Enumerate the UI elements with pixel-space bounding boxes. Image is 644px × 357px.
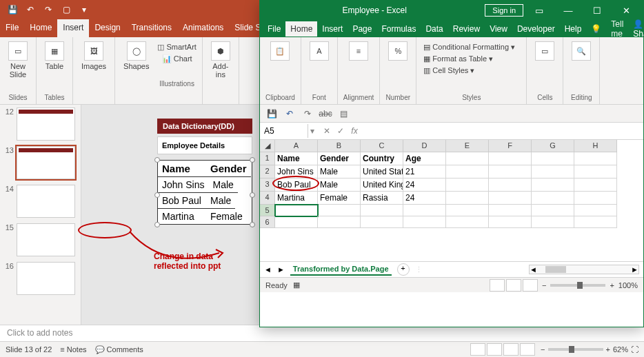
- paste-button[interactable]: 📋: [265, 40, 295, 62]
- tab-design[interactable]: Design: [89, 19, 125, 37]
- cell-B4[interactable]: Female: [318, 192, 361, 205]
- cell-C2[interactable]: United States: [361, 165, 403, 178]
- xl-tab-help[interactable]: Help: [560, 21, 587, 37]
- view-switcher[interactable]: [470, 343, 535, 356]
- tell-me-input[interactable]: Tell me: [606, 17, 628, 41]
- cell-B3[interactable]: Male: [318, 178, 361, 192]
- tab-insert[interactable]: Insert: [57, 19, 89, 37]
- undo-icon[interactable]: ↶: [22, 2, 39, 17]
- addins-button[interactable]: ⬢Add- ins: [208, 40, 233, 80]
- redo-icon[interactable]: ↷: [40, 2, 57, 17]
- xl-tab-review[interactable]: Review: [448, 21, 485, 37]
- add-sheet-button[interactable]: +: [397, 263, 410, 276]
- tab-file[interactable]: File: [0, 19, 24, 37]
- sheet-tab[interactable]: Transformed by Data.Page: [290, 263, 392, 276]
- number-group[interactable]: %: [385, 40, 410, 62]
- thumb-15[interactable]: [17, 223, 75, 256]
- signin-button[interactable]: Sign in: [485, 4, 523, 17]
- cell-A5[interactable]: [275, 205, 318, 216]
- images-button[interactable]: 🖼Images: [79, 40, 109, 72]
- share-button[interactable]: 👤 Share: [628, 17, 644, 41]
- col-A[interactable]: A: [275, 140, 318, 152]
- comments-toggle[interactable]: 💬 Comments: [95, 345, 143, 354]
- xl-tab-page[interactable]: Page: [348, 21, 376, 37]
- slide-thumbnails[interactable]: 12 13 14 15 16: [0, 105, 81, 325]
- thumb-16[interactable]: [17, 262, 75, 295]
- xl-tab-home[interactable]: Home: [285, 21, 317, 37]
- cell-B2[interactable]: Male: [318, 165, 361, 178]
- table-button[interactable]: ▦Table: [42, 40, 67, 72]
- embedded-excel-object[interactable]: Name Gender John SinsMale Bob PaulMale M…: [157, 160, 252, 225]
- cell-A4[interactable]: Martina: [275, 192, 318, 205]
- tab-home[interactable]: Home: [24, 19, 57, 37]
- align-group[interactable]: ≡: [343, 40, 374, 62]
- row-5[interactable]: 5: [260, 205, 275, 216]
- xl-tab-data[interactable]: Data: [421, 21, 447, 37]
- xl-zoom-value[interactable]: 100%: [618, 281, 638, 289]
- tab-transitions[interactable]: Transitions: [126, 19, 177, 37]
- row-2[interactable]: 2: [260, 165, 275, 178]
- cancel-formula-icon[interactable]: ✕: [321, 126, 333, 136]
- xl-cf-icon[interactable]: ▤: [336, 107, 351, 121]
- thumb-13[interactable]: [17, 146, 75, 179]
- cell-styles-button[interactable]: ▥ Cell Styles ▾: [423, 65, 519, 76]
- col-B[interactable]: B: [318, 140, 361, 152]
- chart-button[interactable]: 📊 Chart: [157, 54, 196, 63]
- xl-undo-icon[interactable]: ↶: [282, 107, 297, 121]
- editing-group[interactable]: 🔍: [569, 40, 594, 62]
- xl-redo-icon[interactable]: ↷: [300, 107, 315, 121]
- enter-formula-icon[interactable]: ✓: [334, 126, 347, 136]
- col-D[interactable]: D: [403, 140, 446, 152]
- cell-D3[interactable]: 24: [403, 178, 446, 192]
- shapes-button[interactable]: ◯Shapes: [121, 40, 152, 72]
- cond-format-button[interactable]: ▤ Conditional Formatting ▾: [423, 41, 519, 53]
- cell-C4[interactable]: Rassia: [361, 192, 403, 205]
- ribbon-options-icon[interactable]: ▭: [526, 1, 552, 19]
- xl-zoom-slider[interactable]: [550, 284, 605, 287]
- cells-group[interactable]: ▭: [532, 40, 557, 62]
- col-E[interactable]: E: [446, 140, 489, 152]
- cell-D1[interactable]: Age: [403, 152, 446, 165]
- cell-B1[interactable]: Gender: [318, 152, 361, 165]
- xl-strike-icon[interactable]: abc: [318, 107, 333, 121]
- horizontal-scrollbar[interactable]: ◄►: [529, 265, 639, 274]
- xl-tab-view[interactable]: View: [485, 21, 512, 37]
- xl-zoom-in[interactable]: +: [610, 281, 614, 289]
- smartart-button[interactable]: ◫ SmartArt: [157, 43, 196, 52]
- zoom-slider[interactable]: [548, 348, 603, 351]
- name-box[interactable]: A5: [260, 124, 308, 138]
- row-4[interactable]: 4: [260, 192, 275, 205]
- zoom-value[interactable]: 62%: [613, 345, 628, 354]
- col-G[interactable]: G: [532, 140, 574, 152]
- cell-C1[interactable]: Country: [361, 152, 403, 165]
- thumb-14[interactable]: [17, 185, 75, 218]
- font-group[interactable]: A: [307, 40, 332, 62]
- cell-D4[interactable]: 24: [403, 192, 446, 205]
- cell-D2[interactable]: 21: [403, 165, 446, 178]
- fit-icon[interactable]: ⛶: [631, 345, 638, 354]
- tab-next-icon[interactable]: ►: [277, 265, 285, 274]
- slide-heading[interactable]: Data Dictionary(DD): [157, 119, 252, 134]
- zoom-out[interactable]: −: [541, 345, 545, 354]
- select-all-corner[interactable]: ◢: [260, 140, 275, 152]
- tab-prev-icon[interactable]: ◄: [264, 265, 272, 274]
- macro-icon[interactable]: ▦: [293, 280, 300, 289]
- start-slideshow-icon[interactable]: ▢: [58, 2, 74, 17]
- col-C[interactable]: C: [361, 140, 403, 152]
- xl-tab-insert[interactable]: Insert: [317, 21, 348, 37]
- col-H[interactable]: H: [574, 140, 617, 152]
- xl-tab-dev[interactable]: Developer: [512, 21, 560, 37]
- zoom-in[interactable]: +: [606, 345, 610, 354]
- minimize-icon[interactable]: —: [555, 1, 581, 19]
- tab-animations[interactable]: Animations: [177, 19, 229, 37]
- qat-more-icon[interactable]: ▾: [76, 2, 92, 17]
- cell-C3[interactable]: United Kingdom: [361, 178, 403, 192]
- xl-zoom-out[interactable]: −: [542, 281, 546, 289]
- thumb-12[interactable]: [17, 108, 75, 141]
- row-6[interactable]: 6: [260, 216, 275, 228]
- col-F[interactable]: F: [489, 140, 532, 152]
- cell-grid[interactable]: ◢ A B C D E F G H 1 Name Gender Country …: [260, 140, 643, 261]
- new-slide-button[interactable]: ▭New Slide: [6, 40, 30, 80]
- row-1[interactable]: 1: [260, 152, 275, 165]
- notes-toggle[interactable]: ≡ Notes: [60, 345, 86, 354]
